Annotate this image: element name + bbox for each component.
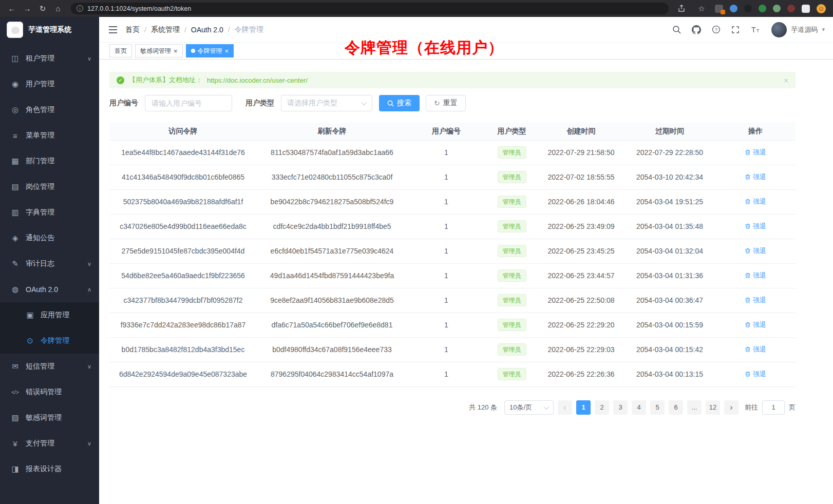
user-menu[interactable]: 芋道源码 ▾: [771, 22, 825, 37]
close-icon[interactable]: ×: [784, 76, 788, 85]
breadcrumb-system-manage[interactable]: 系统管理: [151, 25, 180, 34]
site-info-icon[interactable]: i: [77, 5, 83, 12]
breadcrumb-home[interactable]: 首页: [125, 25, 140, 34]
user-id-cell: 1: [407, 263, 485, 288]
next-page-button[interactable]: ›: [724, 400, 739, 415]
sidebar-fold-icon[interactable]: [108, 26, 118, 34]
force-logout-button[interactable]: 强退: [745, 148, 766, 157]
force-logout-button[interactable]: 强退: [745, 197, 766, 206]
sidebar-item-menu[interactable]: ≡ 菜单管理: [0, 123, 99, 148]
action-cell: 强退: [715, 362, 796, 386]
page-button-2[interactable]: 2: [595, 400, 609, 415]
user-type-badge: 管理员: [498, 171, 526, 183]
sidebar-item-dict[interactable]: ▥ 字典管理: [0, 200, 99, 225]
bookmark-star-icon[interactable]: ☆: [695, 3, 708, 15]
refresh-icon: ↻: [434, 99, 440, 107]
page-button-3[interactable]: 3: [613, 400, 628, 415]
browser-toolbar-icons: ☆ ☺: [675, 3, 828, 15]
user-type-cell: 管理员: [485, 214, 538, 239]
tab-home[interactable]: 首页: [109, 44, 132, 57]
page-button-12[interactable]: 12: [706, 400, 720, 415]
share-icon[interactable]: [675, 3, 688, 15]
browser-home-button[interactable]: ⌂: [51, 3, 65, 15]
page-size-select[interactable]: 10条/页: [504, 400, 554, 415]
extension-icon-white[interactable]: [802, 5, 810, 13]
sidebar-item-sms[interactable]: ✉ 短信管理 ∨: [0, 354, 99, 379]
refresh-token-cell: 49d1aa46d1454fbd87591444423be9fa: [257, 263, 407, 288]
expire-time-cell: 2054-03-04 19:51:25: [624, 189, 715, 214]
tab-token-manage[interactable]: 令牌管理 ×: [186, 44, 234, 57]
extension-icon-blue[interactable]: [730, 5, 737, 12]
help-icon[interactable]: ?: [712, 25, 721, 34]
breadcrumb-oauth2[interactable]: OAuth 2.0: [191, 26, 223, 34]
force-logout-button[interactable]: 强退: [745, 370, 766, 379]
fullscreen-icon[interactable]: [731, 26, 740, 34]
browser-reload-button[interactable]: ↻: [36, 3, 49, 15]
sidebar-item-post[interactable]: ▤ 岗位管理: [0, 174, 99, 200]
search-icon[interactable]: [672, 25, 681, 34]
goto-label: 前往: [745, 403, 758, 412]
close-icon[interactable]: ×: [225, 48, 229, 54]
url-bar[interactable]: i 127.0.0.1:1024/system/oauth2/token: [71, 3, 669, 14]
extension-icon-green[interactable]: [759, 5, 766, 12]
sidebar-item-token-manage[interactable]: ⊙ 令牌管理: [0, 328, 99, 354]
sidebar-item-role[interactable]: ◎ 角色管理: [0, 97, 99, 123]
force-logout-button[interactable]: 强退: [745, 345, 766, 354]
expire-time-cell: 2054-03-04 00:13:15: [624, 362, 715, 386]
tab-sensitive-word[interactable]: 敏感词管理 ×: [135, 44, 183, 57]
col-user-id: 用户编号: [407, 123, 485, 140]
create-time-cell: 2022-06-26 18:04:46: [538, 189, 624, 214]
user-type-cell: 管理员: [485, 239, 538, 263]
pagination: 共 120 条 10条/页 ‹ 1 2 3 4 5 6 ... 12 › 前往 …: [109, 400, 796, 415]
force-logout-button[interactable]: 强退: [745, 172, 766, 182]
sidebar-item-report-designer[interactable]: ◨ 报表设计器: [0, 456, 99, 482]
sidebar-item-payment[interactable]: ¥ 支付管理 ∨: [0, 431, 99, 456]
force-logout-button[interactable]: 强退: [745, 320, 766, 329]
sidebar-item-tenant[interactable]: ◫ 租户管理 ∨: [0, 46, 99, 71]
extension-icon-red[interactable]: [787, 5, 795, 12]
github-icon[interactable]: [692, 25, 701, 34]
app-logo[interactable]: 芋道管理系统: [0, 17, 99, 43]
sidebar-item-app-manage[interactable]: ▣ 应用管理: [0, 302, 99, 328]
refresh-token-cell: 8796295f04064c2983414cc54af1097a: [257, 362, 407, 386]
more-pages-button[interactable]: ...: [687, 400, 702, 415]
reset-button[interactable]: ↻ 重置: [426, 95, 466, 111]
user-type-select[interactable]: 请选择用户类型: [281, 95, 372, 111]
post-icon: ▤: [10, 182, 20, 191]
search-button[interactable]: 搜索: [379, 95, 420, 111]
sidebar-item-audit-log[interactable]: ✎ 审计日志 ∨: [0, 251, 99, 277]
user-id-input[interactable]: [145, 95, 232, 111]
extension-icon-dark[interactable]: [744, 5, 752, 12]
goto-page-input[interactable]: [762, 400, 785, 415]
sidebar-item-dept[interactable]: ▦ 部门管理: [0, 148, 99, 174]
sidebar-item-oauth2[interactable]: ◍ OAuth 2.0 ∧: [0, 277, 99, 302]
svg-text:?: ?: [715, 27, 717, 32]
sidebar-item-sensitive-word[interactable]: ▨ 敏感词管理: [0, 405, 99, 431]
font-size-icon[interactable]: TT: [750, 26, 761, 34]
extensions-icon[interactable]: [715, 5, 723, 13]
page-button-1[interactable]: 1: [576, 400, 591, 415]
svg-text:T: T: [751, 26, 756, 34]
force-logout-button[interactable]: 强退: [745, 222, 766, 231]
force-logout-button[interactable]: 强退: [745, 246, 766, 256]
page-button-4[interactable]: 4: [632, 400, 646, 415]
access-token-cell: 54d6be82ee5a460a9aedc1f9bf223656: [109, 263, 257, 288]
page-button-6[interactable]: 6: [669, 400, 683, 415]
browser-forward-button[interactable]: →: [21, 3, 34, 15]
doc-link[interactable]: https://doc.iocoder.cn/user-center/: [207, 76, 308, 84]
sidebar-item-notice[interactable]: ◈ 通知公告: [0, 225, 99, 251]
browser-back-button[interactable]: ←: [5, 3, 18, 15]
sidebar-item-error-code[interactable]: </> 错误码管理: [0, 379, 99, 405]
prev-page-button[interactable]: ‹: [558, 400, 572, 415]
force-logout-button[interactable]: 强退: [745, 296, 766, 305]
extension-icon-teal[interactable]: [773, 5, 781, 12]
table-row: c347026e805e4d99b0d116eae66eda8c cdfc4ce…: [109, 214, 796, 239]
tenant-icon: ◫: [10, 54, 20, 63]
browser-profile-avatar[interactable]: ☺: [817, 4, 826, 13]
force-logout-button[interactable]: 强退: [745, 271, 766, 280]
action-cell: 强退: [715, 214, 796, 239]
user-id-cell: 1: [407, 313, 485, 337]
page-button-5[interactable]: 5: [650, 400, 665, 415]
close-icon[interactable]: ×: [174, 48, 178, 54]
sidebar-item-user[interactable]: ◉ 用户管理: [0, 71, 99, 97]
